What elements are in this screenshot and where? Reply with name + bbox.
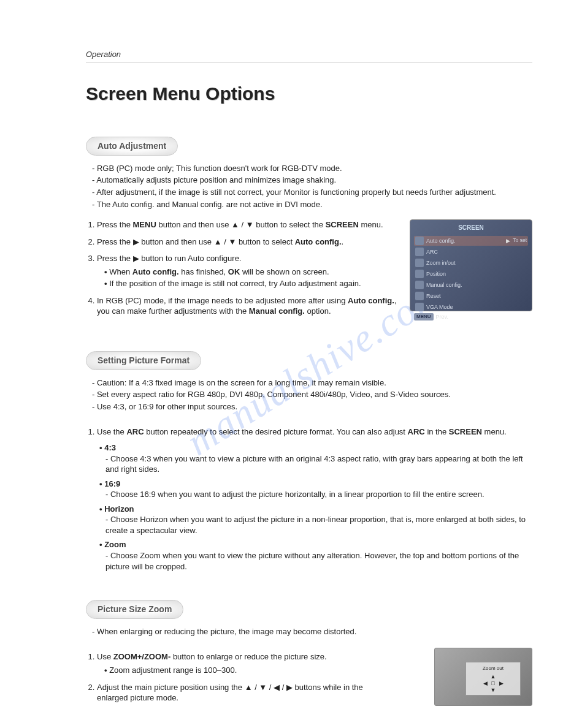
menu-item-icon [415, 237, 424, 245]
section-heading: Picture Size Zoom [86, 600, 183, 619]
fmt-notes-list: Caution: If a 4:3 fixed image is on the … [86, 377, 532, 412]
list-item: RGB (PC) mode only; This function doesn'… [92, 163, 532, 174]
zoom-screenshot: Zoom out ▲ ◀□▶ ▼ [434, 648, 532, 706]
text: Adjust the main picture position using t… [97, 683, 245, 692]
text: In RGB (PC) mode, if the image needs to … [97, 296, 348, 305]
option-desc: Choose 16:9 when you want to adjust the … [99, 489, 532, 500]
text: button to select [236, 237, 294, 246]
zoom-overlay: Zoom out ▲ ◀□▶ ▼ [465, 662, 521, 696]
section-heading: Auto Adjustment [86, 137, 178, 156]
list-item: Zoom adjustment range is 100–300. [104, 665, 393, 676]
list-item: Adjust the main picture position using t… [97, 682, 393, 703]
option-heading: 16:9 [99, 479, 532, 490]
zoom-arrow-pad: ▲ ◀□▶ ▼ [481, 673, 505, 692]
list-item: In RGB (PC) mode, if the image needs to … [97, 295, 399, 317]
menu-item-icon [415, 270, 424, 278]
text: ARC [126, 427, 144, 436]
auto-notes-list: RGB (PC) mode only; This function doesn'… [86, 163, 532, 210]
osd-menu-right: To set [513, 237, 527, 244]
osd-menu-item: Manual config. [414, 280, 528, 290]
text: OK [228, 267, 240, 276]
list-item: Caution: If a 4:3 fixed image is on the … [92, 377, 532, 389]
osd-menu-footer: MENU Prev. [414, 313, 528, 321]
list-item: Set every aspect ratio for RGB 480p, DVI… [92, 389, 532, 400]
up-icon: ▲ [214, 237, 222, 246]
sub-list: Zoom adjustment range is 100–300. [97, 665, 393, 676]
text: Auto config. [295, 237, 342, 246]
list-item: Automatically adjusts picture position a… [92, 175, 532, 186]
down-icon: ▼ [228, 237, 236, 246]
text: Press the [97, 237, 133, 246]
list-item: Press the ▶ button to run Auto configure… [97, 253, 399, 289]
menu-item-icon [415, 281, 424, 289]
text: Auto config. [132, 267, 179, 276]
list-item: Press the MENU button and then use ▲ / ▼… [97, 219, 399, 230]
text: button repeatedly to select the desired … [144, 427, 408, 436]
right-icon: ▶ [497, 680, 505, 686]
option-desc: Choose 4:3 when you want to view a pictu… [99, 453, 532, 475]
osd-menu-label: Manual config. [426, 281, 527, 289]
zoom-notes-list: When enlarging or reducing the picture, … [86, 626, 532, 637]
text: in the [425, 427, 449, 436]
list-item: After adjustment, if the image is still … [92, 187, 532, 198]
text: Press the [97, 220, 133, 229]
text: menu. [482, 427, 507, 436]
up-icon: ▲ [231, 220, 239, 229]
osd-menu-item: Position [414, 269, 528, 279]
osd-menu-item: Zoom in/out [414, 258, 528, 268]
right-icon: ▶ [286, 683, 293, 692]
text: . [342, 237, 344, 246]
option-desc: Choose Horizon when you want to adjust t… [99, 514, 532, 536]
text: ARC [408, 427, 425, 436]
text: button to select the [254, 220, 326, 229]
osd-menu-footer-button: MENU [414, 313, 434, 321]
list-item: When Auto config. has finished, OK will … [104, 267, 399, 278]
fmt-steps: Use the ARC button repeatedly to select … [86, 427, 532, 572]
osd-menu-label: ARC [426, 248, 527, 256]
text: Auto config. [348, 296, 394, 305]
left-icon: ◀ [274, 683, 280, 692]
text: option. [305, 306, 331, 316]
option-heading: Horizon [99, 504, 532, 515]
up-icon: ▲ [245, 683, 253, 692]
osd-menu-header: SCREEN [414, 224, 528, 232]
zoom-overlay-label: Zoom out [483, 665, 504, 672]
text: SCREEN [326, 220, 359, 229]
osd-menu-label: VGA Mode [426, 303, 527, 311]
option-desc: Choose Zoom when you want to view the pi… [99, 550, 532, 572]
zoom-steps: Use ZOOM+/ZOOM- button to enlarge or red… [86, 651, 393, 703]
list-item: Use the ARC button repeatedly to select … [97, 427, 532, 572]
list-item: The Auto config. and Manual config. are … [92, 199, 532, 210]
osd-menu-label: Position [426, 270, 527, 278]
osd-menu-item: Reset [414, 291, 528, 301]
left-icon: ◀ [481, 680, 489, 686]
osd-menu-screenshot: SCREEN Auto config. ▶ To set ARC Zoom in… [410, 219, 532, 311]
list-item: When enlarging or reducing the picture, … [92, 626, 532, 637]
osd-menu-item: VGA Mode [414, 302, 528, 312]
right-icon: ▶ [133, 237, 139, 246]
text: Use the [97, 427, 126, 436]
section-auto-adjustment: Auto Adjustment RGB (PC) mode only; This… [86, 137, 532, 323]
list-item: If the position of the image is still no… [104, 278, 399, 289]
text: button and then use [139, 237, 214, 246]
section-heading: Setting Picture Format [86, 351, 201, 370]
osd-menu-footer-label: Prev. [436, 313, 448, 320]
menu-item-icon [415, 303, 424, 311]
osd-menu-label: Reset [426, 292, 527, 300]
text: MENU [133, 220, 156, 229]
page-title: Screen Menu Options [86, 82, 532, 107]
option-heading: 4:3 [99, 442, 532, 453]
menu-item-icon [415, 292, 424, 300]
text: Press the [97, 254, 133, 263]
osd-menu-item: Auto config. ▶ To set [414, 236, 528, 246]
text: menu. [359, 220, 383, 229]
menu-item-icon [415, 248, 424, 256]
right-icon: ▶ [133, 254, 139, 263]
down-icon: ▼ [259, 683, 267, 692]
down-icon: ▼ [246, 220, 254, 229]
breadcrumb: Operation [86, 49, 532, 63]
text: Use [97, 652, 113, 661]
text: When [109, 267, 132, 276]
osd-menu-label: Auto config. [426, 237, 504, 245]
osd-menu-label: Zoom in/out [426, 259, 527, 267]
